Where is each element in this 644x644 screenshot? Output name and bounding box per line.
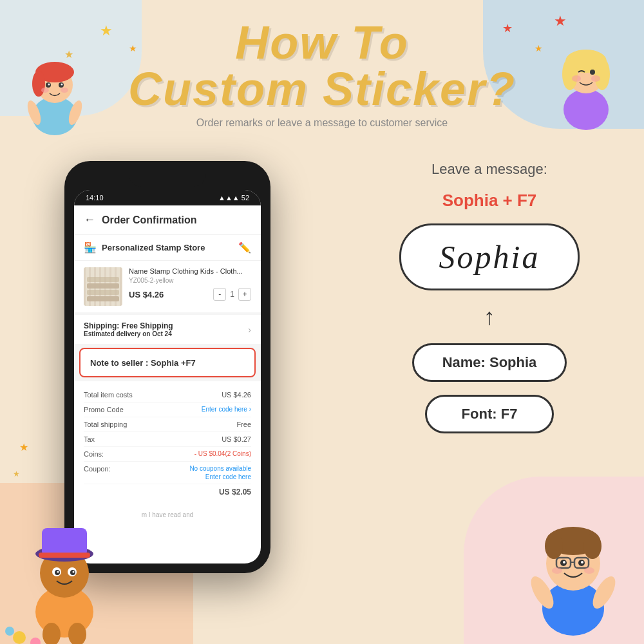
shipping-sub-prefix: Estimated delivery on	[84, 330, 152, 337]
svg-point-43	[5, 627, 14, 636]
status-signal: ▲▲▲ 52	[218, 194, 249, 202]
svg-point-27	[591, 75, 600, 82]
product-sku: YZ005-2-yellow	[129, 277, 251, 284]
svg-point-14	[48, 84, 50, 86]
total-row-final: US $2.05	[84, 484, 251, 500]
status-time: 14:10	[86, 194, 104, 202]
svg-point-24	[594, 58, 610, 90]
product-row: Name Stamp Clothing Kids - Cloth... YZ00…	[74, 261, 261, 312]
total-row-coupon: Coupon: No coupons available Enter code …	[84, 462, 251, 484]
character-bottom-right	[502, 489, 644, 644]
svg-point-39	[57, 571, 59, 573]
total-shipping-value: Free	[236, 421, 251, 428]
character-bottom-left	[0, 502, 129, 644]
total-final-value: US $2.05	[219, 488, 251, 497]
app-header-title: Order Confirmation	[102, 214, 197, 226]
svg-point-41	[13, 631, 26, 644]
store-name: Personalized Stamp Store	[102, 243, 205, 252]
svg-rect-34	[39, 553, 90, 558]
svg-point-23	[562, 58, 578, 90]
note-to-seller-row: Note to seller : Sophia +F7	[79, 348, 256, 377]
total-items-label: Total item costs	[84, 391, 133, 399]
phone-notch	[129, 171, 206, 187]
read-terms-text: m I have read and	[142, 511, 194, 518]
total-coins-value: - US $0.04(2 Coins)	[194, 450, 251, 458]
status-bar: 14:10 ▲▲▲ 52	[74, 190, 261, 205]
svg-point-40	[73, 571, 75, 573]
svg-point-26	[572, 75, 581, 82]
svg-point-25	[590, 70, 595, 75]
store-row: 🏪 Personalized Stamp Store ✏️	[74, 235, 261, 261]
shipping-title: Shipping: Free Shipping	[84, 321, 173, 330]
note-label-text: Note to seller	[90, 358, 143, 368]
product-thumbnail	[84, 267, 122, 306]
product-price-row: US $4.26 - 1 +	[129, 288, 251, 301]
svg-rect-33	[42, 528, 87, 556]
total-promo-value[interactable]: Enter code here ›	[202, 406, 251, 413]
svg-rect-60	[84, 267, 122, 306]
product-info: Name Stamp Clothing Kids - Cloth... YZ00…	[129, 267, 251, 306]
total-row-items: Total item costs US $4.26	[84, 388, 251, 402]
product-price: US $4.26	[129, 290, 164, 299]
svg-rect-64	[87, 296, 119, 301]
svg-point-56	[552, 567, 562, 574]
shipping-text: Shipping: Free Shipping Estimated delive…	[84, 321, 173, 337]
enter-code-link[interactable]: Enter code here	[205, 473, 251, 480]
character-top-right	[535, 26, 631, 142]
svg-rect-61	[87, 277, 119, 282]
total-coupon-label: Coupon:	[84, 465, 111, 480]
arrow-up-icon: ↑	[484, 303, 495, 330]
svg-rect-62	[87, 283, 119, 289]
font-box: Font: F7	[425, 395, 554, 433]
sophia-f7-text: Sophia + F7	[442, 191, 537, 211]
total-row-tax: Tax US $0.27	[84, 432, 251, 447]
svg-rect-63	[87, 290, 119, 295]
svg-point-11	[32, 71, 45, 97]
total-row-promo: Promo Code Enter code here ›	[84, 402, 251, 417]
svg-point-42	[30, 638, 41, 644]
product-name: Name Stamp Clothing Kids - Cloth...	[129, 267, 251, 275]
sophia-stylized-text: Sophia	[439, 239, 540, 275]
app-header: ← Order Confirmation	[74, 205, 261, 235]
totals-section: Total item costs US $4.26 Promo Code Ent…	[74, 381, 261, 506]
total-tax-value: US $0.27	[222, 435, 251, 443]
total-promo-label: Promo Code	[84, 406, 124, 413]
shipping-sub: Estimated delivery on Oct 24	[84, 330, 173, 337]
shipping-arrow[interactable]: ›	[248, 325, 251, 335]
svg-point-55	[581, 561, 583, 564]
note-colon: :	[146, 358, 151, 368]
total-items-value: US $4.26	[222, 391, 251, 399]
shipping-date: Oct 24	[152, 330, 172, 337]
svg-point-54	[563, 561, 565, 564]
no-coupon-text: No coupons available	[189, 465, 251, 472]
name-box-text: Name: Sophia	[442, 354, 537, 370]
svg-point-47	[545, 533, 563, 559]
leave-message-label: Leave a message:	[431, 161, 547, 178]
name-box: Name: Sophia	[412, 343, 567, 382]
total-coins-label: Coins:	[84, 450, 104, 458]
qty-increase[interactable]: +	[238, 288, 251, 301]
total-tax-label: Tax	[84, 435, 95, 443]
total-shipping-label: Total shipping	[84, 421, 127, 428]
shipping-row: Shipping: Free Shipping Estimated delive…	[74, 315, 261, 344]
store-icon: 🏪	[84, 242, 97, 254]
qty-control: - 1 +	[213, 288, 251, 301]
font-box-text: Font: F7	[462, 406, 518, 422]
total-row-coins: Coins: - US $0.04(2 Coins)	[84, 447, 251, 462]
character-top-left	[10, 39, 100, 142]
svg-point-16	[41, 88, 49, 93]
svg-point-15	[61, 84, 63, 86]
svg-point-17	[61, 88, 68, 93]
svg-point-20	[564, 89, 609, 130]
qty-value: 1	[230, 290, 234, 299]
svg-point-48	[583, 533, 601, 559]
sophia-display-box: Sophia	[399, 223, 580, 290]
note-value: Sophia +F7	[151, 358, 196, 368]
back-button[interactable]: ←	[84, 213, 95, 227]
edit-icon: ✏️	[238, 242, 251, 254]
order-content: 🏪 Personalized Stamp Store ✏️	[74, 235, 261, 524]
svg-point-57	[584, 567, 594, 574]
note-label: Note to seller : Sophia +F7	[90, 358, 196, 368]
total-row-shipping: Total shipping Free	[84, 417, 251, 432]
qty-decrease[interactable]: -	[213, 288, 226, 301]
